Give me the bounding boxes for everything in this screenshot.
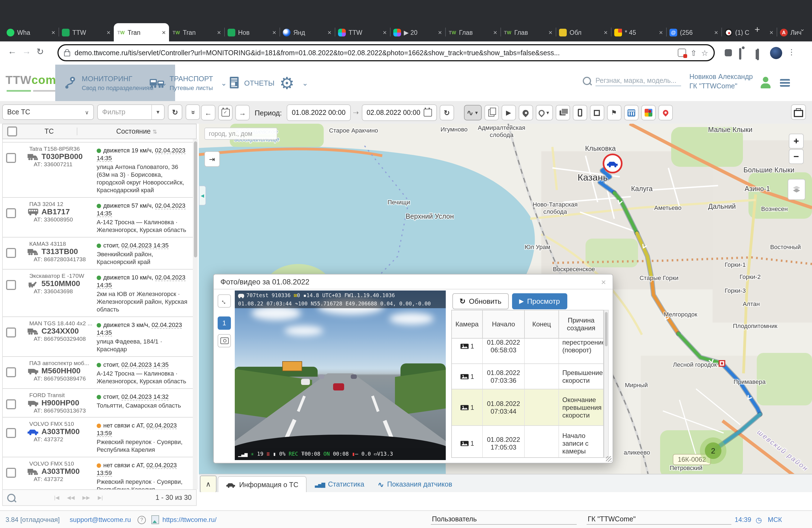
user-info[interactable]: Новиков Александр ГК "TTWCome" — [690, 72, 753, 91]
extension-icon[interactable] — [725, 49, 732, 56]
expand-list-button[interactable]: « — [186, 104, 200, 120]
close-tab-icon[interactable]: × — [769, 28, 773, 36]
close-tab-icon[interactable]: × — [714, 28, 718, 36]
browser-tab[interactable]: TWTran× — [169, 23, 224, 41]
close-tab-icon[interactable]: × — [383, 28, 387, 36]
browser-tab[interactable]: TTW× — [335, 23, 390, 41]
reload-button[interactable]: ↻ — [37, 46, 44, 57]
mobile-button[interactable] — [572, 105, 587, 120]
row-checkbox[interactable] — [6, 248, 16, 258]
layers-button[interactable] — [788, 179, 806, 200]
map-search-input[interactable]: город, ул., дом — [204, 128, 277, 140]
column-state[interactable]: Состояние ⇅ — [77, 128, 196, 135]
refresh-track-button[interactable]: ↻ — [440, 105, 454, 120]
browser-tab[interactable]: Обл× — [556, 23, 611, 41]
bottom-tab[interactable]: Информация о ТС — [218, 476, 307, 492]
vehicle-search-input[interactable] — [595, 76, 681, 86]
filter-dropdown-icon[interactable]: ▼ — [151, 105, 164, 119]
browser-tab[interactable]: TWTran× — [114, 23, 169, 41]
row-checkbox[interactable] — [6, 399, 16, 409]
close-tab-icon[interactable]: × — [604, 28, 608, 36]
event-row[interactable]: 101.08.2022 06:58:03перестроение (поворо… — [452, 339, 603, 364]
browser-tab[interactable]: TWГлав× — [501, 23, 556, 41]
event-row[interactable]: 101.08.2022 07:03:36Превышение скорости — [452, 364, 603, 390]
browser-tab[interactable]: Wha× — [3, 23, 59, 41]
row-checkbox[interactable] — [6, 280, 16, 290]
footer-org-field[interactable]: ГК "TTWCome" — [586, 515, 731, 524]
events-table-scrollbar[interactable] — [604, 310, 609, 458]
url-text[interactable]: demo.ttwcome.ru/tis/servlet/Controller?u… — [75, 49, 673, 57]
row-checkbox[interactable] — [6, 367, 16, 377]
footer-user-field[interactable]: Пользователь — [431, 515, 577, 524]
row-checkbox[interactable] — [6, 468, 16, 478]
new-tab-button[interactable]: + — [755, 24, 760, 35]
geozone-button[interactable]: ▼ — [536, 105, 553, 120]
date-to-input[interactable]: 02.08.2022 00:00 — [362, 104, 437, 121]
vehicle-row[interactable]: КАМАЗ 43118Т313ТВ00АТ: 8687280341738стои… — [3, 237, 193, 269]
panel-collapse-handle[interactable]: ◀ — [199, 186, 206, 205]
fullscreen-button[interactable]: ↔ — [218, 294, 231, 308]
nav-transport[interactable]: ТРАНСПОРТПутевые листы ⌄ — [141, 64, 234, 101]
zoom-out-button[interactable]: − — [789, 149, 804, 164]
password-manager-icon[interactable] — [678, 48, 686, 57]
vehicle-row[interactable]: FORD TransitН900НР00АТ: 8667950313673сто… — [3, 389, 193, 417]
close-tab-icon[interactable]: × — [438, 28, 442, 36]
close-tab-icon[interactable]: × — [106, 28, 111, 36]
browser-tab[interactable]: TWГлав× — [445, 23, 501, 41]
browser-tab[interactable]: Янд× — [279, 23, 335, 41]
row-checkbox[interactable] — [6, 208, 16, 218]
poi-button[interactable] — [624, 105, 638, 120]
copy-button[interactable] — [484, 105, 498, 120]
vehicle-marker[interactable] — [603, 153, 623, 173]
bottom-tab[interactable]: Показания датчиков — [370, 476, 460, 492]
page-last-button[interactable]: ▶| — [98, 495, 103, 500]
next-period-button[interactable]: → — [235, 105, 250, 120]
column-vehicle[interactable]: ТС — [21, 128, 77, 135]
event-row[interactable]: 101.08.2022 07:03:44Окончание превышения… — [452, 390, 603, 426]
browser-menu-icon[interactable]: ⋮ — [788, 47, 795, 56]
vehicle-row[interactable]: ПАЗ автоспектр моб...М560НН00АТ: 8667950… — [3, 357, 193, 389]
calendar-button[interactable]: ✓ — [218, 105, 233, 120]
close-tab-icon[interactable]: × — [549, 28, 552, 36]
event-row[interactable]: 101.08.2022 17:05:03Начало записи с каме… — [452, 426, 603, 458]
row-checkbox[interactable] — [6, 153, 16, 163]
expand-bottom-panel-button[interactable]: ∧ — [200, 475, 217, 492]
photo-page-button[interactable]: 1 — [218, 317, 231, 330]
vehicle-row[interactable]: Экскаватор Е -170W5510ММ00АТ: 336043698д… — [3, 269, 193, 317]
vehicle-row[interactable]: MAN TGS 18.440 4x2 ...С234ХХ00АТ: 866795… — [3, 317, 193, 357]
group-select[interactable]: Все ТС∨ — [2, 104, 94, 120]
vehicle-list-scrollbar[interactable] — [193, 139, 198, 489]
close-tab-icon[interactable]: × — [52, 28, 55, 36]
close-tab-icon[interactable]: × — [272, 28, 276, 36]
tab-search-button[interactable]: ⌄ — [800, 25, 805, 33]
browser-tab[interactable]: ▶ 20× — [390, 23, 445, 41]
yandex-maps-button[interactable] — [658, 105, 672, 120]
refresh-list-button[interactable]: ↻ — [168, 104, 182, 120]
camera-select-button[interactable] — [218, 334, 231, 348]
address-bar[interactable]: demo.ttwcome.ru/tis/servlet/Controller?u… — [57, 44, 715, 61]
browser-tab[interactable]: @(256× — [666, 23, 721, 41]
view-button[interactable]: ▶Просмотр — [512, 293, 567, 309]
browser-tab[interactable]: (1) C× — [721, 23, 777, 41]
nav-settings[interactable]: ⚙ ⌄ — [272, 64, 316, 101]
bottom-tab[interactable]: Статистика — [307, 476, 372, 492]
stop-marker[interactable] — [719, 360, 725, 367]
main-menu-icon[interactable] — [780, 79, 790, 87]
print-button[interactable] — [791, 104, 806, 120]
profile-avatar[interactable] — [770, 47, 782, 59]
share-icon[interactable]: ⇧ — [690, 48, 697, 57]
app-logo[interactable]: TTWcome — [5, 73, 63, 87]
page-first-button[interactable]: |◀ — [54, 495, 59, 500]
row-checkbox[interactable] — [6, 428, 16, 438]
forward-button[interactable]: → — [22, 46, 31, 56]
side-panel-icon[interactable] — [757, 48, 759, 60]
google-maps-button[interactable] — [641, 105, 655, 120]
dashcam-photo[interactable]: 707test 910336 ⊠0 ▪14.8 UTC+03 FW1.1.19.… — [235, 291, 446, 460]
vehicle-row[interactable]: ПАЗ 3204 12АВ1717АТ: 336008950движется 5… — [3, 198, 193, 237]
browser-tab[interactable]: Нов× — [224, 23, 279, 41]
close-tab-icon[interactable]: × — [493, 28, 497, 36]
support-link[interactable]: support@ttwcome.ru — [70, 516, 131, 524]
map-panel-arrow-button[interactable]: ⇥ — [204, 151, 220, 167]
dialog-title-bar[interactable]: Фото/видео за 01.08.2022 × — [214, 275, 613, 289]
browser-tab[interactable]: * 45× — [611, 23, 666, 41]
